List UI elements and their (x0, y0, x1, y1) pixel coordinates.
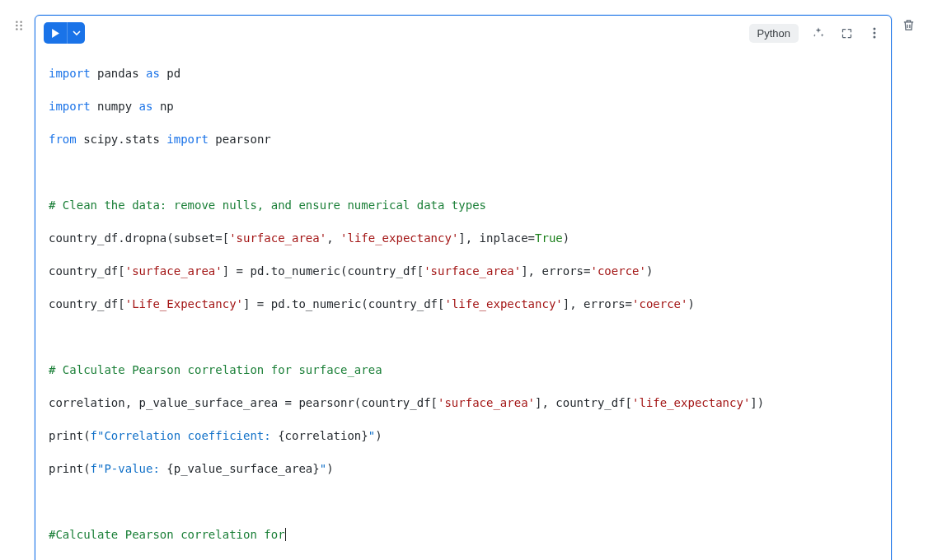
code-token: 'surface_area' (438, 396, 535, 409)
code-token: ] = pd.to_numeric(country_df[ (223, 264, 424, 278)
code-token: import (49, 100, 91, 113)
code-token: # Calculate Pearson correlation for surf… (49, 363, 382, 376)
code-token: pd (160, 67, 180, 80)
svg-point-3 (20, 25, 21, 26)
svg-point-1 (20, 21, 21, 22)
cell-row-1: Python import pandas as pd import numpy … (12, 15, 916, 560)
drag-handle-icon[interactable] (12, 15, 26, 31)
svg-point-8 (874, 36, 876, 39)
code-token: numpy (91, 100, 139, 113)
cell-toolbar: Python (44, 22, 883, 44)
code-token: correlation, p_value_surface_area = pear… (49, 396, 438, 409)
code-token: scipy.stats (77, 133, 167, 146)
code-token: 'surface_area' (424, 264, 521, 278)
code-token: as (146, 67, 160, 80)
code-token: , (326, 231, 340, 245)
code-token: 'Life_Expectancy' (125, 297, 243, 310)
code-token: f"Correlation coefficient: (91, 429, 279, 442)
code-token: print( (49, 462, 91, 475)
svg-point-2 (16, 25, 17, 26)
code-token: " (320, 462, 326, 475)
svg-point-7 (874, 32, 876, 35)
code-token: # Clean the data: remove nulls, and ensu… (49, 198, 486, 212)
code-token: print( (49, 429, 91, 442)
code-token: " (368, 429, 375, 442)
code-cell-1[interactable]: Python import pandas as pd import numpy … (35, 15, 892, 560)
code-token: True (535, 231, 563, 245)
code-token: ]) (750, 396, 764, 409)
code-token: import (49, 67, 91, 80)
svg-point-4 (16, 28, 17, 30)
code-token: ) (326, 462, 333, 475)
code-token: ) (687, 297, 694, 310)
svg-point-0 (16, 21, 17, 22)
code-token: ], errors= (521, 264, 590, 278)
code-token: ], inplace= (458, 231, 535, 245)
code-token: pandas (91, 67, 146, 80)
code-token: 'surface_area' (229, 231, 326, 245)
code-token: ], country_df[ (535, 396, 632, 409)
code-token: ] = pd.to_numeric(country_df[ (243, 297, 444, 310)
code-token: as (139, 100, 153, 113)
delete-cell-icon[interactable] (900, 15, 916, 32)
language-badge[interactable]: Python (749, 24, 799, 43)
code-token: ) (646, 264, 653, 278)
more-icon[interactable] (866, 25, 883, 41)
code-token: from (49, 133, 77, 146)
code-token: np (152, 100, 173, 113)
code-token: f"P-value: (91, 462, 167, 475)
expand-icon[interactable] (838, 25, 855, 41)
sparkle-icon[interactable] (810, 25, 827, 41)
code-token: 'surface_area' (125, 264, 223, 278)
run-button-group (44, 22, 85, 44)
code-token: 'coerce' (590, 264, 645, 278)
cell-right-controls: Python (749, 24, 883, 43)
code-token: {correlation} (278, 429, 368, 442)
code-token: pearsonr (209, 133, 271, 146)
code-token: 'coerce' (632, 297, 687, 310)
code-editor[interactable]: import pandas as pd import numpy as np f… (44, 49, 883, 560)
code-token: country_df[ (49, 264, 125, 278)
code-token: 'life_expectancy' (340, 231, 458, 245)
code-token: #Calculate Pearson correlation for (49, 528, 286, 541)
code-token: ], errors= (563, 297, 632, 310)
code-token: 'life_expectancy' (632, 396, 750, 409)
svg-point-5 (20, 28, 21, 30)
code-token: country_df.dropna(subset=[ (49, 231, 229, 245)
run-options-button[interactable] (67, 22, 85, 44)
svg-point-6 (874, 28, 876, 30)
code-token: 'life_expectancy' (444, 297, 562, 310)
code-token: {p_value_surface_area} (166, 462, 319, 475)
run-button[interactable] (44, 22, 67, 44)
code-token: ) (375, 429, 382, 442)
code-token: country_df[ (49, 297, 125, 310)
code-token: ) (563, 231, 569, 245)
code-token: import (166, 133, 209, 146)
